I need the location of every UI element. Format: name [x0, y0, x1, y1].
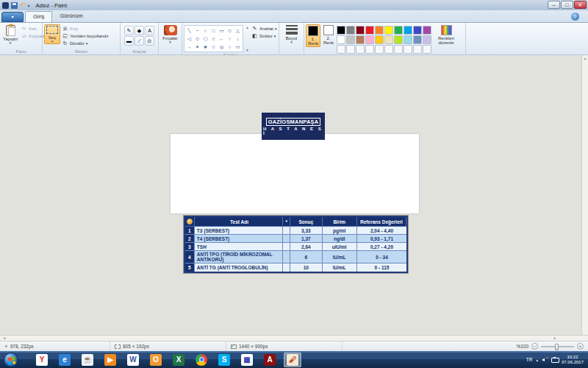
tool-button[interactable]: ✎ — [124, 26, 134, 35]
zoom-out-button[interactable]: − — [531, 343, 538, 350]
tool-button[interactable]: ⟋ — [135, 36, 144, 46]
shape-button[interactable]: ✶ — [193, 43, 201, 51]
cut-button[interactable]: ✂Kes — [21, 26, 45, 32]
taskbar-icon-paint[interactable]: 🖌 — [284, 353, 301, 367]
horizontal-scrollbar[interactable]: ◂ ▸ — [0, 335, 588, 341]
palette-color[interactable] — [384, 26, 393, 35]
drawing-workspace[interactable]: GAZİOSMANPAŞA H A S T A N E S İ Test Adı… — [0, 55, 588, 335]
palette-color[interactable] — [337, 35, 345, 44]
language-indicator[interactable]: TR — [526, 357, 533, 362]
palette-color[interactable] — [375, 35, 384, 44]
network-icon[interactable] — [551, 357, 558, 363]
shape-button[interactable]: ⬡ — [201, 35, 209, 43]
palette-empty-slot[interactable] — [423, 45, 431, 54]
palette-color[interactable] — [356, 35, 365, 44]
close-button[interactable]: ✕ — [574, 1, 587, 9]
taskbar-icon-chrome[interactable] — [193, 353, 210, 367]
shape-button[interactable]: ~ — [193, 26, 201, 35]
palette-empty-slot[interactable] — [413, 45, 422, 54]
shape-button[interactable]: ◇ — [193, 35, 201, 43]
taskbar-icon-outlook[interactable]: O — [147, 353, 165, 367]
palette-color[interactable] — [365, 26, 374, 35]
taskbar-icon-java[interactable]: ☕ — [79, 353, 96, 367]
palette-color[interactable] — [375, 26, 384, 35]
palette-color[interactable] — [423, 35, 431, 44]
palette-empty-slot[interactable] — [384, 45, 393, 54]
palette-color[interactable] — [413, 35, 422, 44]
shape-button[interactable]: ↓ — [234, 35, 242, 43]
palette-color[interactable] — [346, 35, 355, 44]
palette-color[interactable] — [404, 35, 412, 44]
palette-empty-slot[interactable] — [404, 45, 412, 54]
palette-color[interactable] — [384, 35, 393, 44]
zoom-slider-thumb[interactable] — [555, 344, 559, 350]
palette-empty-slot[interactable] — [394, 45, 403, 54]
clock[interactable]: 10:22 07.06.2017 — [562, 355, 584, 365]
tray-expand-icon[interactable]: ▴ — [536, 358, 538, 362]
canvas[interactable] — [171, 134, 419, 213]
shape-button[interactable]: ○ — [201, 26, 209, 35]
lab-results-table[interactable]: Test Adı * Sonuç Birim Referans Değerler… — [184, 216, 408, 273]
shape-button[interactable]: △ — [234, 26, 242, 35]
shape-button[interactable]: ← — [218, 35, 226, 43]
zoom-slider[interactable] — [541, 346, 574, 347]
palette-empty-slot[interactable] — [346, 45, 355, 54]
shape-button[interactable]: ◎ — [218, 43, 226, 51]
customize-qat-dropdown-icon[interactable]: ▾ — [28, 3, 30, 8]
resize-button[interactable]: ◱Yeniden boyutlandır — [62, 33, 109, 39]
palette-color[interactable] — [404, 26, 412, 35]
palette-empty-slot[interactable] — [365, 45, 374, 54]
tab-home[interactable]: Giriş — [25, 11, 52, 22]
palette-color[interactable] — [365, 35, 374, 44]
palette-color[interactable] — [346, 26, 355, 35]
shape-button[interactable]: → — [185, 43, 193, 51]
shapes-scrollbar[interactable]: ▴▾ — [245, 25, 250, 52]
color2-button[interactable]: 2.Renk — [322, 24, 335, 46]
taskbar-icon-adobe-reader[interactable]: A — [261, 353, 279, 367]
shape-button[interactable]: ☆ — [209, 35, 218, 43]
vertical-scrollbar[interactable]: ▴ — [581, 55, 588, 335]
start-button[interactable] — [4, 353, 18, 367]
paste-button[interactable]: Yapıştır▾ — [1, 24, 19, 45]
scroll-right-icon[interactable]: ▸ — [551, 336, 559, 341]
shape-button[interactable]: ↑ — [226, 35, 234, 43]
minimize-button[interactable]: – — [548, 1, 560, 9]
copy-button[interactable]: ▱Kopyala — [21, 33, 45, 39]
outline-button[interactable]: ✎Anahat▾ — [251, 26, 277, 32]
taskbar-icon-lab-app[interactable]: ▦ — [238, 353, 256, 367]
shape-button[interactable]: ▭ — [234, 43, 242, 51]
shape-button[interactable]: ★ — [201, 43, 209, 51]
scroll-up-icon[interactable]: ▴ — [582, 56, 588, 60]
taskbar-icon-skype[interactable]: S — [215, 353, 233, 367]
maximize-button[interactable]: □ — [561, 1, 573, 9]
rotate-button[interactable]: ↻Döndür▾ — [62, 40, 109, 46]
palette-color[interactable] — [394, 35, 403, 44]
palette-color[interactable] — [423, 26, 431, 35]
palette-color[interactable] — [337, 26, 345, 35]
shape-button[interactable]: ◇ — [226, 26, 234, 35]
fill-button[interactable]: ◧Doldur▾ — [251, 33, 277, 39]
taskbar-icon-internet-explorer[interactable]: e — [56, 353, 74, 367]
brushes-button[interactable]: Fırçalar▾ — [161, 24, 179, 44]
color1-button[interactable]: 1.Renk — [306, 24, 320, 47]
edit-colors-button[interactable]: Renkleri düzenle — [433, 24, 459, 46]
volume-icon[interactable] — [542, 357, 548, 362]
taskbar-icon-excel[interactable]: X — [170, 353, 187, 367]
undo-icon[interactable]: ↶ — [20, 2, 26, 9]
shape-button[interactable]: ▭ — [218, 26, 226, 35]
tool-button[interactable]: ⊙ — [145, 36, 154, 46]
tool-button[interactable]: ◆ — [135, 26, 144, 35]
taskbar-icon-media-player[interactable]: ▶ — [101, 353, 119, 367]
shape-button[interactable]: □ — [209, 26, 218, 35]
taskbar-icon-word[interactable]: W — [124, 353, 142, 367]
file-menu-button[interactable]: ▾ — [1, 12, 24, 22]
palette-empty-slot[interactable] — [337, 45, 345, 54]
size-button[interactable]: Boyut▾ — [284, 24, 299, 44]
tool-button[interactable]: A — [145, 26, 154, 35]
select-button[interactable]: Seç▾ — [44, 24, 60, 44]
help-icon[interactable]: ? — [571, 13, 579, 21]
shape-button[interactable]: ╲ — [185, 26, 193, 35]
tool-button[interactable]: ▬ — [124, 36, 134, 46]
shape-button[interactable]: ○ — [226, 43, 234, 51]
palette-color[interactable] — [413, 26, 422, 35]
